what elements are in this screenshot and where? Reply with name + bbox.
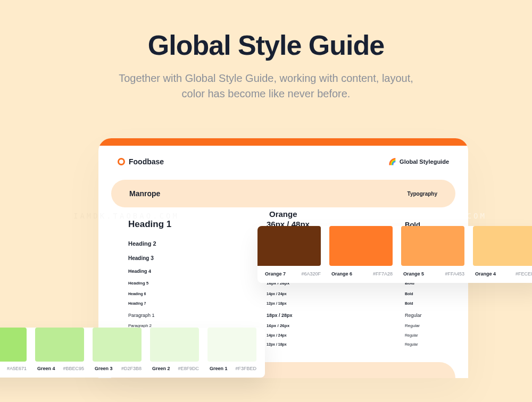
hero: Global Style Guide Together with Global …: [0, 0, 532, 102]
section-pill-typography: Manrope Typography: [111, 180, 455, 207]
swatch-hex: #FFA453: [445, 271, 464, 277]
swatch-name: Orange 5: [401, 271, 424, 277]
swatch-green-1: [207, 328, 256, 362]
typo-name: Heading 1: [128, 219, 267, 230]
typo-size: 16px / 26px: [267, 323, 405, 328]
swatch-label: Orange 7 #6A320F: [257, 271, 321, 277]
page-subtitle: Together with Global Style Guide, workin…: [117, 71, 415, 102]
swatch-name: Green 3: [93, 366, 113, 371]
typo-weight: Regular: [405, 323, 438, 328]
swatch-label: Green 4 #BBEC95: [35, 366, 84, 371]
typo-size: 14px / 24px: [267, 333, 405, 337]
typo-row: Paragraph 1 18px / 28px Regular: [128, 313, 438, 318]
header-right-label: Global Styleguide: [400, 158, 449, 165]
card-header: Foodbase 🌈 Global Styleguide: [98, 146, 468, 180]
swatch-label: Orange 5 #FFA453: [401, 271, 464, 277]
typo-weight: Bold: [405, 292, 438, 296]
swatch-orange-5: [401, 226, 464, 266]
swatch-hex: #FF7A28: [373, 271, 393, 277]
swatch-label: Orange 6 #FF7A28: [329, 271, 393, 277]
section-pill-title: Typography: [408, 191, 437, 197]
swatch-green-5: [0, 328, 27, 362]
swatch-orange-7: [257, 226, 321, 266]
swatch-row: [0, 328, 265, 362]
font-family-label: Manrope: [129, 189, 160, 198]
typo-name: Heading 3: [128, 255, 267, 261]
typo-row: Heading 7 12px / 18px Bold: [128, 302, 438, 305]
swatch-hex: #F3FBED: [235, 366, 256, 371]
swatch-label-row: #A5E671 Green 4 #BBEC95 Green 3 #D2F3B8 …: [0, 366, 265, 371]
typo-size: 12px / 18px: [267, 302, 405, 305]
page-title: Global Style Guide: [0, 29, 532, 61]
swatch-orange-4: [473, 226, 532, 266]
brand: Foodbase: [118, 157, 164, 166]
typo-weight: Regular: [405, 333, 438, 337]
swatch-name: Orange 7: [257, 271, 286, 277]
swatch-label: Green 1 #F3FBED: [207, 366, 256, 371]
swatch-green-3: [93, 328, 142, 362]
swatch-orange-6: [329, 226, 393, 266]
swatch-name: Orange 4: [473, 271, 496, 277]
swatch-label: Orange 4 #FECE80: [473, 271, 532, 277]
typo-name: Heading 4: [128, 269, 267, 274]
typo-name: Heading 7: [128, 302, 267, 305]
typo-name: Heading 2: [128, 240, 267, 247]
swatch-hex: #D2F3B8: [121, 366, 142, 371]
swatch-hex: #BBEC95: [63, 366, 84, 371]
swatch-label: #A5E671: [0, 366, 27, 371]
watermark: IAMDK.TAOBAO.COM: [73, 212, 179, 220]
swatch-row: [257, 226, 532, 266]
swatch-hex: #E8F9DC: [178, 366, 199, 371]
card-accent-bar: [98, 138, 468, 146]
typo-size: 18px / 28px: [267, 313, 405, 318]
rainbow-icon: 🌈: [388, 158, 396, 165]
watermark: IAMDK.TAOBAO.COM: [381, 212, 487, 220]
typo-row: Heading 6 14px / 24px Bold: [128, 292, 438, 296]
swatch-panel: Orange 7 #6A320F Orange 6 #FF7A28 Orange…: [257, 226, 532, 283]
swatch-label: Green 2 #E8F9DC: [150, 366, 199, 371]
typo-name: Paragraph 1: [128, 313, 267, 318]
swatch-label-row: Orange 7 #6A320F Orange 6 #FF7A28 Orange…: [257, 271, 532, 277]
typo-weight: Regular: [405, 313, 438, 318]
swatch-green-2: [150, 328, 199, 362]
swatch-hex: #6A320F: [301, 271, 321, 277]
swatch-hex: #A5E671: [2, 366, 27, 371]
swatch-hex: #FECE80: [516, 271, 532, 277]
typo-size: 12px / 18px: [267, 342, 405, 346]
swatch-name: Orange 6: [329, 271, 352, 277]
header-right: 🌈 Global Styleguide: [388, 158, 449, 165]
typo-name: Heading 6: [128, 292, 267, 296]
swatch-name: Green 4: [35, 366, 55, 371]
typo-name: Heading 5: [128, 281, 267, 286]
orange-swatch-panel: Orange Orange 7 #6A320F Orange 6 #FF7A28…: [257, 210, 532, 283]
swatch-name: Green 1: [207, 366, 228, 371]
brand-name: Foodbase: [129, 157, 164, 166]
typo-size: 14px / 24px: [267, 292, 405, 296]
typo-weight: Regular: [405, 342, 438, 346]
brand-logo-icon: [118, 158, 125, 165]
swatch-label: Green 3 #D2F3B8: [93, 366, 142, 371]
swatch-name: Green 2: [150, 366, 170, 371]
green-swatch-panel: #A5E671 Green 4 #BBEC95 Green 3 #D2F3B8 …: [0, 328, 265, 378]
typo-weight: Bold: [405, 302, 438, 305]
swatch-green-4: [35, 328, 84, 362]
